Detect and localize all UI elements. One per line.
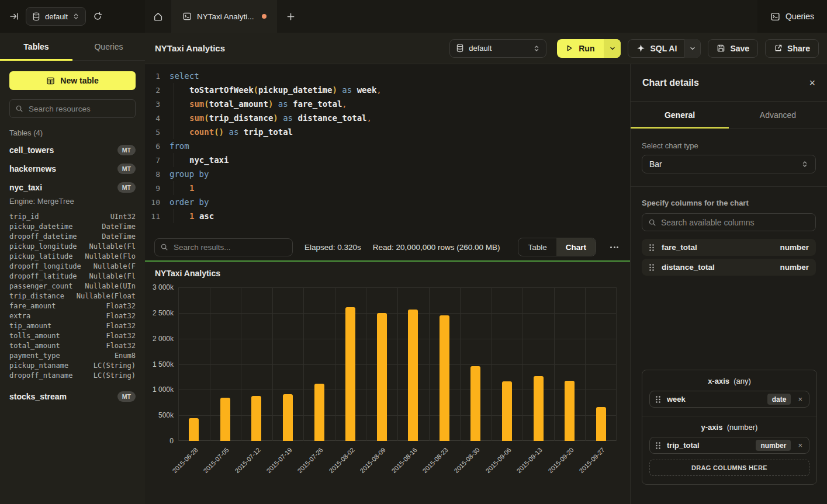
collapse-sidebar-icon[interactable] <box>9 12 19 21</box>
chart-bar[interactable] <box>314 384 324 441</box>
chart-bar[interactable] <box>220 398 230 441</box>
table-row[interactable]: stocks_streamMT <box>0 387 145 406</box>
chart-bar[interactable] <box>251 396 261 441</box>
drag-handle-icon <box>649 263 655 272</box>
chart-title: NYTaxi Analytics <box>155 269 220 278</box>
chevron-down-icon <box>689 45 696 52</box>
tab-nytaxi-analytics[interactable]: NYTaxi Analyti... <box>172 0 277 33</box>
home-tab[interactable] <box>145 0 172 33</box>
new-table-button[interactable]: New table <box>9 71 136 90</box>
tab-general[interactable]: General <box>631 102 729 128</box>
new-tab-button[interactable] <box>277 0 305 33</box>
y-tick-label: 3 000k <box>145 283 174 291</box>
line-number: 1 <box>145 72 169 81</box>
table-column-row: dropoff_datetimeDateTime <box>0 231 145 241</box>
chart-bar[interactable] <box>440 315 449 441</box>
chart-bar[interactable] <box>345 307 355 441</box>
line-number: 4 <box>145 114 169 123</box>
chevron-updown-icon <box>801 160 808 168</box>
code-line: 2toStartOfWeek(pickup_datetime) as week, <box>145 83 630 97</box>
engine-badge: MT <box>117 164 136 174</box>
code-line: 5count() as trip_total <box>145 125 630 139</box>
table-row[interactable]: nyc_taxiMT <box>0 178 145 197</box>
available-column-item[interactable]: fare_totalnumber <box>642 239 816 256</box>
x-axis-heading: x-axis (any) <box>649 377 809 385</box>
divider <box>631 186 827 187</box>
table-column-row: passenger_countNullable(UIn <box>0 281 145 291</box>
queries-label: Queries <box>786 12 814 21</box>
sql-ai-button[interactable]: SQL AI <box>628 39 701 58</box>
chart-bar[interactable] <box>502 381 512 441</box>
x-axis-column-name: week <box>667 395 686 404</box>
x-axis-column-item[interactable]: week date × <box>649 391 809 408</box>
chart-bar[interactable] <box>189 418 199 441</box>
view-toggle-chart[interactable]: Chart <box>556 238 596 256</box>
code-line: 7nyc_taxi <box>145 153 630 167</box>
share-icon <box>774 44 783 53</box>
chart-bar[interactable] <box>596 407 606 441</box>
line-number: 3 <box>145 100 169 109</box>
chart-type-select[interactable]: Bar <box>642 155 816 173</box>
query-database-value: default <box>469 44 492 53</box>
table-row[interactable]: hackernewsMT <box>0 159 145 178</box>
sql-ai-dropdown-button[interactable] <box>684 39 700 58</box>
database-selector[interactable]: default <box>26 7 86 26</box>
queries-button[interactable]: Queries <box>757 0 827 33</box>
table-column-row: trip_distanceNullable(Float <box>0 291 145 301</box>
chart-bar[interactable] <box>565 381 575 441</box>
chart-type-value: Bar <box>649 159 662 169</box>
save-icon <box>717 44 725 53</box>
sidebar-tab-tables[interactable]: Tables <box>0 33 72 60</box>
share-button[interactable]: Share <box>765 39 819 58</box>
y-tick-label: 1 500k <box>145 360 174 369</box>
sidebar-tab-queries[interactable]: Queries <box>72 33 145 60</box>
view-toggle-table[interactable]: Table <box>518 238 556 256</box>
sql-editor[interactable]: 1select2toStartOfWeek(pickup_datetime) a… <box>145 64 630 234</box>
engine-badge: MT <box>117 145 136 155</box>
y-axis-column-name: trip_total <box>667 441 700 450</box>
chart-bar[interactable] <box>408 310 418 441</box>
chart-bar[interactable] <box>377 313 387 441</box>
more-options-icon[interactable] <box>608 243 621 252</box>
chart-bar[interactable] <box>534 376 544 441</box>
refresh-icon[interactable] <box>93 12 102 21</box>
run-dropdown-button[interactable] <box>604 39 621 58</box>
chart-bar[interactable] <box>470 366 480 441</box>
sidebar-tabs: Tables Queries <box>0 33 145 61</box>
columns-search-input[interactable] <box>642 213 816 231</box>
chevron-down-icon <box>609 45 616 52</box>
code-line: 1select <box>145 69 630 83</box>
query-database-selector[interactable]: default <box>449 39 546 58</box>
run-button[interactable]: Run <box>557 39 621 58</box>
line-number: 10 <box>145 198 169 207</box>
console-icon <box>182 12 192 21</box>
close-icon[interactable]: × <box>809 78 815 88</box>
remove-x-column-icon[interactable]: × <box>797 395 804 404</box>
line-number: 6 <box>145 142 169 151</box>
chart-details-tabs: General Advanced <box>631 102 827 128</box>
column-name: fare_total <box>662 243 697 252</box>
drag-columns-dropzone[interactable]: DRAG COLUMNS HERE <box>649 460 809 476</box>
x-axis-type-badge: date <box>767 394 791 405</box>
table-row[interactable]: cell_towersMT <box>0 141 145 159</box>
tab-advanced[interactable]: Advanced <box>729 102 827 128</box>
line-number: 5 <box>145 128 169 137</box>
chart-type-label: Select chart type <box>642 141 816 150</box>
available-column-item[interactable]: distance_totalnumber <box>642 259 816 276</box>
results-search-input[interactable] <box>154 238 293 256</box>
table-column-row: pickup_ntanameLC(String) <box>0 360 145 370</box>
chart-bar[interactable] <box>283 394 293 441</box>
save-button[interactable]: Save <box>708 39 758 58</box>
results-search <box>154 238 293 256</box>
y-axis-column-item[interactable]: trip_total number × <box>649 437 809 454</box>
engine-badge: MT <box>117 182 136 193</box>
remove-y-column-icon[interactable]: × <box>797 441 804 450</box>
y-tick-label: 1 000k <box>145 385 174 394</box>
sidebar-search-input[interactable] <box>9 99 136 118</box>
code-line: 10order by <box>145 195 630 209</box>
drag-handle-icon <box>655 442 661 450</box>
table-column-row: extraFloat32 <box>0 311 145 321</box>
table-column-row: tip_amountFloat32 <box>0 321 145 331</box>
search-icon <box>160 243 168 251</box>
table-column-row: pickup_datetimeDateTime <box>0 221 145 231</box>
